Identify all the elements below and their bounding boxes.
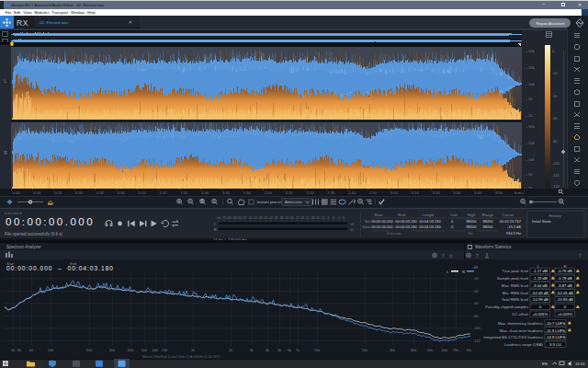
svg-text:?: ? [476, 253, 479, 258]
svg-text:-10.7 LUFS: -10.7 LUFS [546, 321, 566, 326]
svg-text:– 50k: – 50k [526, 124, 535, 129]
svg-text:00:04:03.180: 00:04:03.180 [395, 219, 417, 224]
svg-text:00:01:23.767: 00:01:23.767 [500, 219, 522, 224]
svg-text:Max. momentary loudness: Max. momentary loudness [498, 321, 543, 326]
svg-text:0:40: 0:40 [96, 190, 105, 195]
svg-text:Start: Start [375, 213, 384, 217]
svg-text:– 10k: – 10k [526, 157, 535, 162]
svg-text:– 5k: – 5k [526, 172, 533, 177]
svg-text:3:40: 3:40 [474, 190, 482, 195]
svg-text:-52.69 dB: -52.69 dB [532, 291, 548, 295]
svg-text:300: 300 [109, 348, 116, 352]
svg-text:70k: 70k [453, 348, 458, 352]
svg-text:-15.83 dB: -15.83 dB [557, 297, 573, 302]
svg-text:2:50: 2:50 [369, 190, 378, 195]
svg-text:1:20: 1:20 [180, 190, 188, 195]
svg-text:1:50: 1:50 [243, 190, 252, 195]
svg-text:0:50: 0:50 [118, 190, 126, 195]
svg-text:End: End [398, 213, 405, 217]
svg-text:-9.44 dB: -9.44 dB [533, 283, 548, 288]
svg-text:-11.9 LUFS: -11.9 LUFS [546, 328, 565, 333]
svg-text:2:30: 2:30 [327, 190, 335, 195]
svg-text:0:00: 0:00 [13, 190, 21, 195]
svg-text:934.9 Hz: 934.9 Hz [506, 231, 521, 236]
svg-text:3:00: 3:00 [390, 190, 399, 195]
svg-text:100: 100 [48, 348, 54, 352]
svg-text:4k: 4k [266, 348, 269, 352]
svg-text:Length: Length [423, 213, 435, 217]
svg-text:h:m:s.ms: h:m:s.ms [387, 232, 401, 236]
svg-text:+0.026%: +0.026% [532, 312, 548, 316]
svg-text:5.5 LU: 5.5 LU [549, 342, 560, 347]
svg-text:2:10: 2:10 [286, 190, 294, 195]
svg-text:Total RMS level: Total RMS level [502, 297, 528, 302]
svg-text:Possibly clipped samples: Possibly clipped samples [485, 305, 528, 309]
svg-text:-60: -60 [552, 116, 559, 121]
svg-text:3:50: 3:50 [495, 190, 503, 195]
svg-text:-1.19 dB: -1.19 dB [533, 276, 548, 281]
svg-text:6k: 6k [288, 348, 291, 352]
svg-text:1k: 1k [191, 348, 195, 352]
svg-text:– 20k: – 20k [526, 65, 535, 70]
svg-text:40k: 40k [411, 348, 416, 352]
svg-text:5k: 5k [277, 348, 281, 352]
svg-text:History: History [548, 213, 561, 218]
svg-text:1:00: 1:00 [139, 190, 147, 195]
svg-text:16:56: 16:56 [575, 362, 585, 366]
svg-text:– 20k: – 20k [526, 141, 535, 145]
svg-text:-120: -120 [552, 184, 560, 189]
svg-text:Sample peak level: Sample peak level [497, 276, 528, 281]
svg-text:Hz: Hz [469, 232, 473, 236]
svg-text:?: ? [579, 253, 582, 258]
svg-text:0:30: 0:30 [75, 190, 84, 195]
svg-text:3:10: 3:10 [412, 190, 420, 195]
svg-text:0:10: 0:10 [33, 190, 41, 195]
svg-text:00:00:00.000: 00:00:00.000 [371, 224, 393, 229]
svg-text:+0.019%: +0.019% [557, 312, 572, 316]
svg-text:R: R [563, 264, 566, 269]
svg-text:00:04:03.180: 00:04:03.180 [419, 224, 441, 229]
svg-text:7k: 7k [296, 348, 300, 352]
svg-text:– 5k: – 5k [526, 97, 533, 101]
svg-text:-9.87 dB: -9.87 dB [558, 283, 572, 288]
svg-text:1:30: 1:30 [201, 190, 209, 195]
svg-text:10k: 10k [314, 348, 320, 352]
svg-text:L: L [5, 78, 7, 84]
svg-text:-1.17 dB: -1.17 dB [533, 269, 548, 273]
svg-text:– 10k: – 10k [526, 82, 535, 86]
svg-text:Sel: Sel [365, 219, 370, 224]
svg-text:Instant process: Instant process [257, 200, 286, 204]
svg-text:30: 30 [11, 348, 16, 352]
svg-text:3:20: 3:20 [432, 190, 440, 195]
svg-text:-40: -40 [552, 94, 559, 98]
svg-text:500: 500 [141, 348, 148, 352]
svg-text:L: L [537, 264, 540, 269]
svg-text:-14.99 dB: -14.99 dB [532, 297, 548, 302]
svg-text:Max. RMS level: Max. RMS level [502, 283, 528, 288]
svg-text:700: 700 [162, 348, 168, 352]
svg-text:60k: 60k [442, 348, 447, 352]
svg-text:DC offset: DC offset [513, 312, 529, 316]
svg-text:-100: -100 [552, 161, 560, 166]
svg-text:2:20: 2:20 [306, 190, 314, 195]
svg-text:?: ? [442, 253, 445, 258]
svg-text:Attenuate: Attenuate [285, 200, 302, 204]
svg-text:R: R [4, 150, 7, 155]
svg-text:00:00:00.000: 00:00:00.000 [371, 219, 393, 224]
svg-text:1:10: 1:10 [159, 190, 167, 195]
svg-text:20k: 20k [362, 348, 368, 352]
svg-text:Min. RMS level: Min. RMS level [503, 291, 528, 295]
svg-text:3:30: 3:30 [453, 190, 461, 195]
svg-text:True peak level: True peak level [503, 269, 529, 273]
svg-text:-110: -110 [552, 173, 560, 178]
svg-text:88200: 88200 [482, 219, 493, 224]
svg-text:-52.05 dB: -52.05 dB [557, 291, 573, 295]
svg-text:3k: 3k [250, 348, 254, 352]
svg-text:60: 60 [29, 348, 34, 352]
svg-text:– 50k: – 50k [526, 49, 535, 53]
svg-text:Low: Low [450, 213, 458, 217]
svg-text:2k: 2k [229, 348, 232, 352]
svg-text:Loudness range (LRA): Loudness range (LRA) [504, 342, 544, 347]
svg-text:88200: 88200 [482, 224, 493, 229]
svg-text:00:04:03.180: 00:04:03.180 [419, 219, 441, 224]
